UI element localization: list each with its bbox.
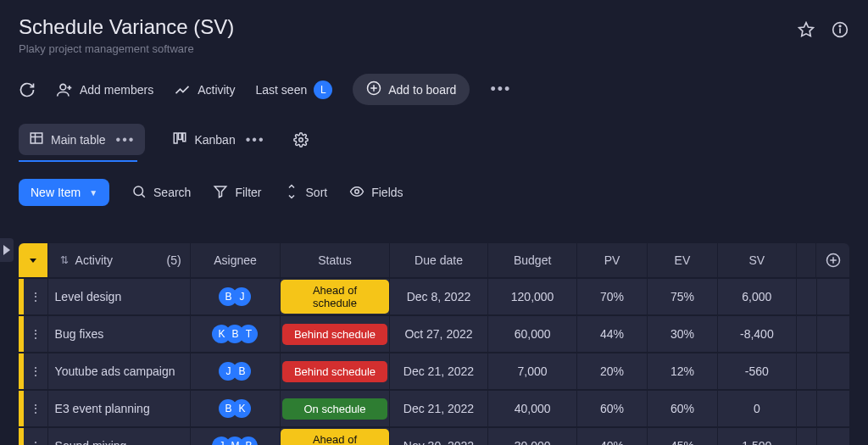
cell-due-date[interactable]: Oct 27, 2022 <box>389 316 488 352</box>
cell-spacer <box>796 279 816 314</box>
cell-ev[interactable]: 12% <box>647 353 717 389</box>
cell-budget[interactable]: 60,000 <box>487 316 576 352</box>
search-button[interactable]: Search <box>131 184 191 202</box>
cell-pv[interactable]: 20% <box>576 353 647 389</box>
cell-pv[interactable]: 70% <box>576 279 647 314</box>
add-column-button[interactable] <box>815 243 849 277</box>
row-more-button[interactable]: ⋮ <box>24 391 47 426</box>
row-more-button[interactable]: ⋮ <box>24 279 47 314</box>
add-to-board-button[interactable]: Add to board <box>353 74 470 105</box>
cell-assignee[interactable]: JMB <box>190 428 281 445</box>
cell-budget[interactable]: 120,000 <box>487 279 576 314</box>
svg-rect-15 <box>183 133 186 142</box>
cell-spacer-end <box>816 428 850 445</box>
filter-button[interactable]: Filter <box>213 184 261 202</box>
cell-due-date[interactable]: Dec 21, 2022 <box>389 391 488 426</box>
cell-status[interactable]: Ahead of schedule <box>280 428 388 445</box>
cell-spacer <box>796 428 816 445</box>
row-more-button[interactable]: ⋮ <box>24 428 47 445</box>
plus-circle-icon <box>366 81 381 98</box>
column-pv[interactable]: PV <box>576 243 647 277</box>
tab-main-table[interactable]: Main table ••• <box>19 124 145 155</box>
table-row[interactable]: ⋮Bug fixesKBTBehind scheduleOct 27, 2022… <box>19 316 849 352</box>
cell-activity[interactable]: Sound mixing <box>47 428 190 445</box>
refresh-icon <box>19 81 36 98</box>
column-assignee[interactable]: Asignee <box>190 243 281 277</box>
table-row[interactable]: ⋮Sound mixingJMBAhead of scheduleNov 30,… <box>19 428 849 445</box>
fields-button[interactable]: Fields <box>349 184 403 202</box>
more-toolbar-button[interactable]: ••• <box>490 81 511 98</box>
cell-due-date[interactable]: Dec 21, 2022 <box>389 353 488 389</box>
column-ev[interactable]: EV <box>647 243 717 277</box>
status-badge: Ahead of schedule <box>281 280 388 314</box>
info-icon[interactable] <box>831 20 849 39</box>
column-budget[interactable]: Budget <box>487 243 576 277</box>
cell-sv[interactable]: -8,400 <box>717 316 796 352</box>
cell-ev[interactable]: 75% <box>647 279 717 314</box>
cell-budget[interactable]: 7,000 <box>487 353 576 389</box>
last-seen[interactable]: Last seen L <box>256 81 333 99</box>
row-more-button[interactable]: ⋮ <box>24 316 47 352</box>
table-row[interactable]: ⋮Level designBJAhead of scheduleDec 8, 2… <box>19 279 849 314</box>
avatar: B <box>232 362 251 381</box>
cell-status[interactable]: Behind schedule <box>280 316 388 352</box>
cell-ev[interactable]: 60% <box>647 391 717 426</box>
cell-activity[interactable]: Bug fixes <box>47 316 190 352</box>
cell-sv[interactable]: 0 <box>717 391 796 426</box>
cell-status[interactable]: Ahead of schedule <box>280 279 388 314</box>
table-header: ⇅ Activity (5) Asignee Status Due date B… <box>19 243 849 277</box>
status-badge: Behind schedule <box>282 324 387 345</box>
cell-assignee[interactable]: BK <box>190 391 281 426</box>
sort-handle-icon: ⇅ <box>60 254 69 266</box>
tab-main-more[interactable]: ••• <box>116 132 136 147</box>
activity-button[interactable]: Activity <box>174 81 235 98</box>
cell-assignee[interactable]: KBT <box>190 316 281 352</box>
avatar: J <box>232 287 251 306</box>
cell-pv[interactable]: 40% <box>576 428 647 445</box>
group-collapse-button[interactable] <box>19 243 47 277</box>
views-settings-button[interactable] <box>292 131 309 148</box>
table-row[interactable]: ⋮E3 event planningBKOn scheduleDec 21, 2… <box>19 391 849 426</box>
svg-point-4 <box>60 84 66 90</box>
cell-assignee[interactable]: JB <box>190 353 281 389</box>
row-more-button[interactable]: ⋮ <box>24 353 47 389</box>
cell-status[interactable]: Behind schedule <box>280 353 388 389</box>
gear-icon <box>292 131 309 148</box>
cell-budget[interactable]: 40,000 <box>487 391 576 426</box>
cell-sv[interactable]: 1.500 <box>717 428 796 445</box>
svg-rect-13 <box>175 133 178 143</box>
page-subtitle: Plaky project management software <box>19 42 234 55</box>
cell-budget[interactable]: 30,000 <box>487 428 576 445</box>
cell-sv[interactable]: -560 <box>717 353 796 389</box>
cell-due-date[interactable]: Nov 30, 2022 <box>389 428 488 445</box>
status-badge: On schedule <box>282 398 387 420</box>
tab-kanban[interactable]: Kanban ••• <box>162 124 275 155</box>
sort-button[interactable]: Sort <box>284 184 328 202</box>
tab-kanban-more[interactable]: ••• <box>246 132 265 147</box>
cell-pv[interactable]: 44% <box>576 316 647 352</box>
column-sv[interactable]: SV <box>717 243 796 277</box>
cell-activity[interactable]: E3 event planning <box>47 391 190 426</box>
cell-pv[interactable]: 60% <box>576 391 647 426</box>
refresh-button[interactable] <box>19 81 36 98</box>
new-item-button[interactable]: New Item ▼ <box>19 179 109 206</box>
add-members-button[interactable]: Add members <box>56 81 153 98</box>
cell-due-date[interactable]: Dec 8, 2022 <box>389 279 488 314</box>
cell-assignee[interactable]: BJ <box>190 279 281 314</box>
expand-panel-button[interactable] <box>0 238 14 262</box>
cell-ev[interactable]: 45% <box>647 428 717 445</box>
svg-marker-22 <box>30 259 36 263</box>
svg-rect-10 <box>31 133 42 143</box>
cell-spacer-end <box>816 316 850 352</box>
column-status[interactable]: Status <box>280 243 388 277</box>
activity-icon <box>174 81 191 98</box>
table-row[interactable]: ⋮Youtube ads campaignJBBehind scheduleDe… <box>19 353 849 389</box>
cell-activity[interactable]: Level design <box>47 279 190 314</box>
cell-status[interactable]: On schedule <box>280 391 388 426</box>
cell-activity[interactable]: Youtube ads campaign <box>47 353 190 389</box>
star-icon[interactable] <box>797 20 815 39</box>
column-activity[interactable]: ⇅ Activity (5) <box>47 243 190 277</box>
cell-sv[interactable]: 6,000 <box>717 279 796 314</box>
column-due-date[interactable]: Due date <box>389 243 488 277</box>
cell-ev[interactable]: 30% <box>647 316 717 352</box>
